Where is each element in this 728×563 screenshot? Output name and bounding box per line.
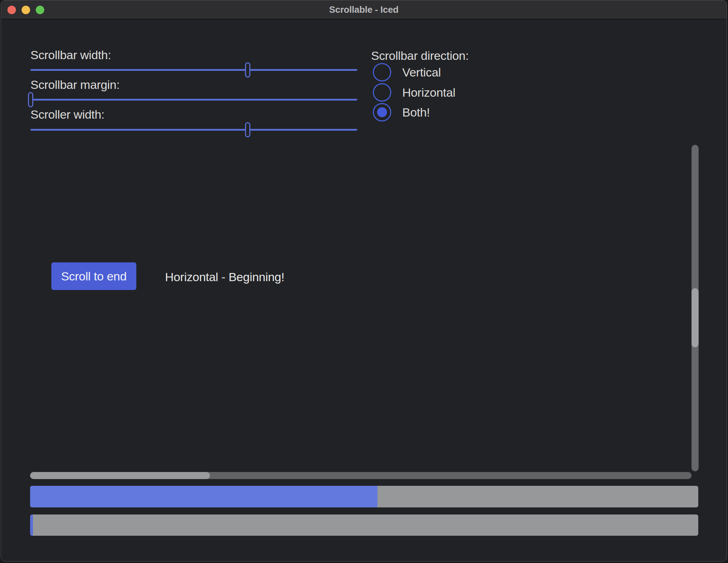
radio-option-vertical[interactable]: Vertical xyxy=(373,63,441,81)
radio-icon xyxy=(373,63,391,81)
radio-icon xyxy=(373,83,391,102)
scroll-to-end-button[interactable]: Scroll to end xyxy=(51,262,136,290)
slider-handle[interactable] xyxy=(245,122,250,137)
radio-label: Vertical xyxy=(402,66,441,79)
radio-label: Horizontal xyxy=(402,86,455,99)
window-title: Scrollable - Iced xyxy=(1,0,727,19)
scroll-to-end-button-label: Scroll to end xyxy=(61,269,126,283)
slider-rail xyxy=(30,129,357,131)
progress-fill xyxy=(30,514,33,536)
radio-label: Both! xyxy=(402,106,430,119)
horizontal-scrollbar-thumb[interactable] xyxy=(30,472,210,479)
content-area: Scrollbar width: Scrollbar margin: Scrol… xyxy=(1,19,727,561)
scroll-status-text: Horizontal - Beginning! xyxy=(165,269,284,285)
slider-rail xyxy=(30,99,357,101)
radio-option-horizontal[interactable]: Horizontal xyxy=(373,83,455,102)
horizontal-scrollbar-track[interactable] xyxy=(30,472,692,479)
radio-option-both[interactable]: Both! xyxy=(373,103,430,121)
vertical-scroll-progress-bar xyxy=(30,486,698,507)
scrollbar-margin-slider[interactable] xyxy=(30,92,357,107)
radio-icon xyxy=(373,103,391,121)
app-window: Scrollable - Iced Scrollbar width: Scrol… xyxy=(1,0,727,562)
scroller-width-label: Scroller width: xyxy=(30,107,104,121)
scrollbar-margin-label: Scrollbar margin: xyxy=(30,78,120,92)
vertical-scrollbar-thumb[interactable] xyxy=(692,288,699,347)
slider-handle[interactable] xyxy=(245,62,250,78)
radio-dot-icon xyxy=(377,107,387,117)
scrollbar-width-label: Scrollbar width: xyxy=(30,48,111,62)
progress-fill xyxy=(30,486,377,507)
horizontal-scroll-progress-bar xyxy=(30,514,698,536)
scrollbar-width-slider[interactable] xyxy=(30,62,357,78)
slider-handle[interactable] xyxy=(28,92,33,107)
vertical-scrollbar-track[interactable] xyxy=(692,145,699,471)
scroller-width-slider[interactable] xyxy=(30,122,357,137)
titlebar: Scrollable - Iced xyxy=(1,0,727,19)
scrollbar-direction-heading: Scrollbar direction: xyxy=(371,49,469,63)
slider-rail xyxy=(30,69,357,71)
